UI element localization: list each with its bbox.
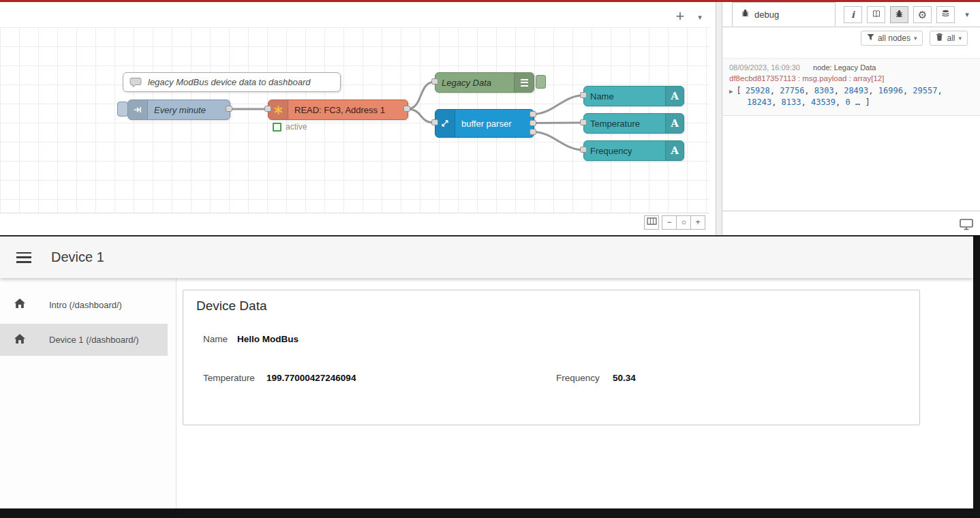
inject-node[interactable]: Every minute xyxy=(127,100,230,120)
navigator-toggle-button[interactable] xyxy=(644,215,659,230)
frequency-label: Frequency xyxy=(556,373,600,383)
dashboard-sidebar: Intro (/dashboard/) Device 1 (/dashboard… xyxy=(0,278,177,508)
expand-payload-toggle[interactable]: ▶ xyxy=(729,88,733,95)
window-right-edge xyxy=(973,235,980,508)
port[interactable] xyxy=(530,120,536,126)
window-bottom-edge xyxy=(0,508,980,518)
dashboard-header: Device 1 xyxy=(0,237,973,278)
text-widget-icon: A xyxy=(665,141,684,160)
sidebar-menu-button[interactable]: ▾ xyxy=(959,6,975,23)
add-flow-button[interactable]: + xyxy=(671,7,690,26)
ui-text-name-node[interactable]: Name A xyxy=(583,86,684,106)
chevron-down-icon: ▾ xyxy=(965,10,969,19)
chevron-down-icon: ▾ xyxy=(958,35,962,42)
home-icon xyxy=(14,333,26,347)
ui-text-temperature-node[interactable]: Temperature A xyxy=(583,113,684,134)
inject-label: Every minute xyxy=(148,105,212,115)
sidebar-item-device1[interactable]: Device 1 (/dashboard/) xyxy=(0,324,168,356)
debug-panel-footer xyxy=(722,211,980,235)
name-value: Hello ModBus xyxy=(237,334,298,344)
ui-text-temperature-label: Temperature xyxy=(584,119,665,129)
node-red-editor: legacy ModBus device data to dashboard E… xyxy=(0,2,980,235)
text-widget-icon: A xyxy=(665,114,684,133)
ui-text-frequency-label: Frequency xyxy=(584,146,665,156)
canvas-footer: − ○ + xyxy=(0,213,709,235)
status-ring-icon xyxy=(273,123,281,132)
menu-button[interactable] xyxy=(16,252,31,263)
debug-message[interactable]: 08/09/2023, 16:09:30 node: Legacy Data d… xyxy=(722,58,980,116)
book-icon xyxy=(872,10,881,20)
port[interactable] xyxy=(226,106,232,112)
temperature-value: 199.77000427246094 xyxy=(266,373,356,383)
text-widget-icon: A xyxy=(665,87,684,106)
debug-sidebar-button[interactable] xyxy=(890,6,908,23)
sidebar-item-intro[interactable]: Intro (/dashboard/) xyxy=(0,289,168,320)
device-data-card: Device Data Name Hello ModBus Temperatur… xyxy=(183,290,920,425)
port[interactable] xyxy=(580,92,587,98)
frequency-value: 50.34 xyxy=(613,373,636,383)
debug-message-list: 08/09/2023, 16:09:30 node: Legacy Data d… xyxy=(722,49,980,211)
zoom-in-button[interactable]: + xyxy=(690,215,705,230)
modbus-read-node[interactable]: READ: FC3, Address 1 xyxy=(268,100,408,120)
zoom-reset-button[interactable]: ○ xyxy=(676,215,691,230)
debug-payload-values: 25928, 27756, 8303, 28493, 16996, 29557,… xyxy=(746,86,943,107)
inject-icon xyxy=(128,100,148,119)
clear-messages-button[interactable]: all ▾ xyxy=(930,31,968,46)
comment-node[interactable]: legacy ModBus device data to dashboard xyxy=(123,72,341,92)
sidebar-tabbar: debug i ⚙ xyxy=(722,2,980,27)
debug-node-label: Legacy Data xyxy=(435,78,514,88)
debug-timestamp: 08/09/2023, 16:09:30 xyxy=(729,63,800,72)
modbus-status: active xyxy=(273,122,307,132)
buffer-parser-node[interactable]: buffer parser xyxy=(435,109,534,138)
funnel-icon xyxy=(867,33,874,43)
port[interactable] xyxy=(530,129,536,135)
expand-arrows-icon xyxy=(435,110,455,137)
zoom-out-button[interactable]: − xyxy=(662,215,677,230)
debug-payload: ▶[25928, 27756, 8303, 28493, 16996, 2955… xyxy=(729,85,973,109)
debug-filterbar: all nodes ▾ all ▾ xyxy=(722,27,980,49)
port[interactable] xyxy=(580,119,587,125)
ui-text-frequency-node[interactable]: Frequency A xyxy=(583,140,684,161)
debug-console-icon xyxy=(514,73,534,92)
modbus-icon xyxy=(269,100,288,119)
debug-message-header: 08/09/2023, 16:09:30 node: Legacy Data xyxy=(729,63,973,72)
flow-canvas[interactable]: legacy ModBus device data to dashboard E… xyxy=(0,27,709,213)
bug-icon xyxy=(895,10,904,20)
dashboard: Device 1 Intro (/dashboard/) Device 1 (/… xyxy=(0,235,980,508)
debug-sidebar: debug i ⚙ xyxy=(722,2,980,235)
panel-splitter[interactable] xyxy=(716,2,722,235)
tab-debug-label: debug xyxy=(754,10,779,20)
port[interactable] xyxy=(431,78,438,85)
page-title: Device 1 xyxy=(51,249,104,265)
debug-node[interactable]: Legacy Data xyxy=(435,72,534,93)
ui-text-name-label: Name xyxy=(584,91,665,102)
help-sidebar-button[interactable] xyxy=(867,6,885,23)
trash-icon xyxy=(936,33,943,44)
context-data-button[interactable] xyxy=(936,6,955,23)
port[interactable] xyxy=(530,111,536,117)
status-text: active xyxy=(286,122,307,132)
name-label: Name xyxy=(203,334,228,344)
filter-nodes-button[interactable]: all nodes ▾ xyxy=(861,31,923,46)
inject-trigger-button[interactable] xyxy=(117,102,128,117)
flow-list-button[interactable]: ▾ xyxy=(693,10,707,24)
dashboard-body: Intro (/dashboard/) Device 1 (/dashboard… xyxy=(0,278,973,508)
debug-message-meta: df8ecbd817357113 : msg.payload : array[1… xyxy=(729,74,973,82)
card-title: Device Data xyxy=(196,299,267,314)
port[interactable] xyxy=(431,119,438,125)
port[interactable] xyxy=(403,106,410,112)
debug-toggle-button[interactable] xyxy=(536,75,546,89)
bug-icon xyxy=(741,9,750,20)
gear-icon: ⚙ xyxy=(918,10,927,20)
database-icon xyxy=(941,9,950,20)
tab-debug[interactable]: debug xyxy=(732,2,836,27)
info-sidebar-button[interactable]: i xyxy=(844,6,862,23)
config-nodes-button[interactable]: ⚙ xyxy=(913,6,932,23)
open-debug-window-button[interactable] xyxy=(960,216,973,235)
debug-source-node: node: Legacy Data xyxy=(813,63,876,72)
speech-bubble-icon xyxy=(129,77,142,88)
comment-label: legacy ModBus device data to dashboard xyxy=(142,77,317,87)
chevron-down-icon: ▾ xyxy=(914,35,917,42)
port[interactable] xyxy=(264,106,271,112)
port[interactable] xyxy=(580,147,587,153)
